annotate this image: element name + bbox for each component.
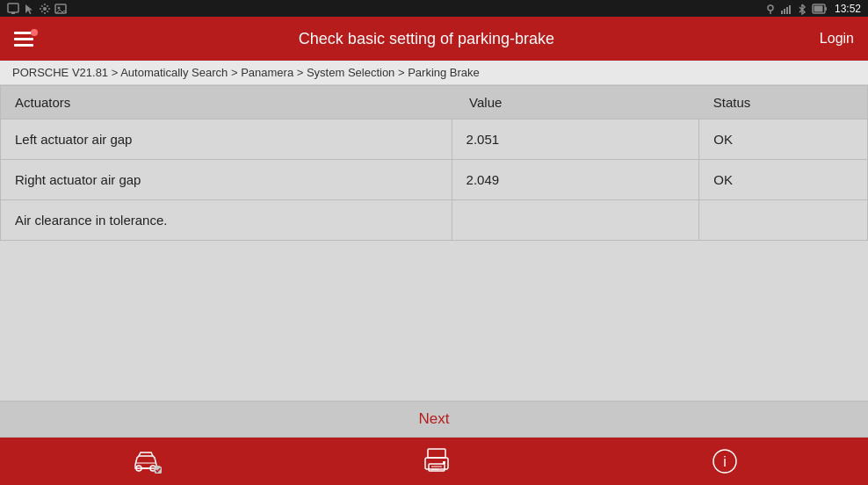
print-icon <box>422 448 452 474</box>
status-bar-right: 13:52 <box>764 3 861 15</box>
bluetooth-icon <box>796 3 808 15</box>
content-area <box>0 241 868 401</box>
svg-point-3 <box>43 7 47 11</box>
row1-value: 2.051 <box>452 119 699 160</box>
row3-actuator: Air clearance in tolerance. <box>1 200 452 241</box>
photo-icon <box>54 3 67 15</box>
svg-text:i: i <box>723 454 727 469</box>
print-button[interactable] <box>387 445 487 478</box>
screen-icon <box>7 3 19 15</box>
svg-point-5 <box>58 6 61 9</box>
svg-marker-2 <box>25 4 33 14</box>
col-header-status: Status <box>699 86 867 119</box>
status-bar: 13:52 <box>0 0 868 17</box>
status-bar-left <box>7 3 67 15</box>
row3-status <box>699 200 867 241</box>
signal-bars-icon <box>780 3 792 15</box>
time-display: 13:52 <box>835 3 861 15</box>
table-row: Air clearance in tolerance. <box>1 200 867 241</box>
row2-status: OK <box>699 160 867 200</box>
svg-rect-7 <box>781 11 783 14</box>
battery-icon <box>812 3 828 15</box>
menu-button[interactable] <box>14 32 33 47</box>
row3-value <box>452 200 699 241</box>
table-row: Left actuator air gap 2.051 OK <box>1 119 867 160</box>
svg-rect-1 <box>11 12 15 14</box>
header: Check basic setting of parking-brake Log… <box>0 17 868 61</box>
settings-icon <box>39 3 51 15</box>
bottom-toolbar: i <box>0 438 868 485</box>
svg-rect-10 <box>789 5 791 14</box>
info-button[interactable]: i <box>676 445 773 478</box>
data-table: Actuators Value Status Left actuator air… <box>1 86 867 240</box>
svg-rect-13 <box>814 5 822 11</box>
col-header-actuators: Actuators <box>1 86 452 119</box>
car-icon <box>130 449 162 474</box>
info-icon: i <box>712 448 738 474</box>
table-row: Right actuator air gap 2.049 OK <box>1 160 867 200</box>
cursor-icon <box>23 3 35 15</box>
header-title: Check basic setting of parking-brake <box>33 30 820 48</box>
row1-actuator: Left actuator air gap <box>1 119 452 160</box>
svg-rect-0 <box>8 4 18 12</box>
svg-rect-9 <box>786 7 788 14</box>
map-icon <box>764 3 777 15</box>
row1-status: OK <box>699 119 867 160</box>
svg-rect-20 <box>443 461 445 464</box>
svg-rect-19 <box>429 464 445 471</box>
table-header-row: Actuators Value Status <box>1 86 867 119</box>
next-button[interactable]: Next <box>419 410 450 428</box>
svg-rect-17 <box>428 449 445 458</box>
car-button[interactable] <box>95 445 197 477</box>
svg-point-6 <box>768 5 773 11</box>
svg-rect-12 <box>825 7 827 11</box>
svg-rect-8 <box>784 9 785 14</box>
data-table-wrapper: Actuators Value Status Left actuator air… <box>0 85 868 241</box>
breadcrumb: PORSCHE V21.81 > Automatically Search > … <box>0 61 868 85</box>
col-header-value: Value <box>452 86 699 119</box>
row2-actuator: Right actuator air gap <box>1 160 452 200</box>
next-bar: Next <box>0 401 868 438</box>
login-button[interactable]: Login <box>820 31 854 47</box>
row2-value: 2.049 <box>452 160 699 200</box>
